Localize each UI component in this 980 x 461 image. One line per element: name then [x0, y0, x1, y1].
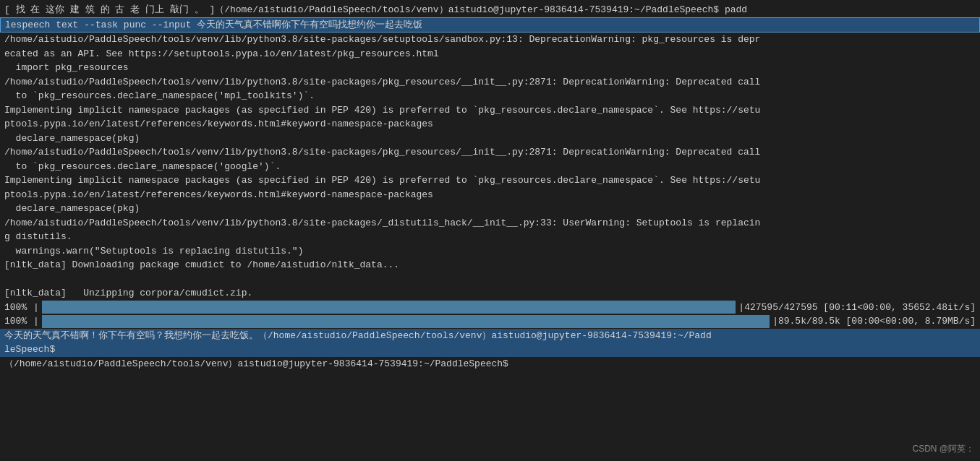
terminal-line-3: /home/aistudio/PaddleSpeech/tools/venv/l…: [0, 33, 980, 47]
terminal-line-12: to `pkg_resources.declare_namespace('goo…: [0, 160, 980, 174]
terminal-line-19: [nltk_data] Downloading package cmudict …: [0, 258, 980, 272]
terminal-line-4: ecated as an API. See https://setuptools…: [0, 47, 980, 61]
terminal-line-16: /home/aistudio/PaddleSpeech/tools/venv/l…: [0, 216, 980, 231]
progress-bar-separator-1: |: [33, 301, 39, 315]
terminal-line-11: /home/aistudio/PaddleSpeech/tools/venv/l…: [0, 145, 980, 160]
terminal-window: [ 找 在 这你 建 筑 的 古 老 门上 敲门 。 ]（/home/aistu…: [0, 0, 980, 461]
progress-stats-2: 89.5k/89.5k [00:00<00:00, 8.79MB/s]: [778, 314, 976, 329]
terminal-line-7: to `pkg_resources.declare_namespace('mpl…: [0, 89, 980, 103]
terminal-line-14: ptools.pypa.io/en/latest/references/keyw…: [0, 188, 980, 202]
progress-stats-1: 427595/427595 [00:11<00:00, 35652.48it/s…: [744, 301, 976, 315]
progress-bar-separator-2: |: [33, 314, 39, 329]
progress-bar-fill-2: [42, 315, 770, 328]
terminal-line-empty: [0, 272, 980, 287]
progress-bar-row-1: 100% | | 427595/427595 [00:11<00:00, 356…: [0, 301, 980, 315]
progress-bar-separator-end-2: |: [772, 314, 778, 329]
progress-bar-fill-1: [42, 301, 736, 314]
terminal-line-18: warnings.warn("Setuptools is replacing d…: [0, 244, 980, 259]
result-line-2: leSpeech$: [0, 342, 980, 357]
watermark: CSDN @阿英：: [912, 443, 974, 455]
progress-label-2: 100%: [4, 314, 33, 329]
terminal-line-15: declare_namespace(pkg): [0, 202, 980, 216]
terminal-line-9: ptools.pypa.io/en/latest/references/keyw…: [0, 117, 980, 132]
progress-bar-2: [42, 315, 770, 328]
terminal-command-line: lespeech text --task punc --input 今天的天气真…: [0, 17, 980, 33]
terminal-final-line: （/home/aistudio/PaddleSpeech/tools/venv）…: [0, 357, 980, 371]
terminal-line-8: Implementing implicit namespace packages…: [0, 103, 980, 118]
terminal-line-5: import pkg_resources: [0, 61, 980, 75]
terminal-line-10: declare_namespace(pkg): [0, 132, 980, 146]
terminal-line-1: [ 找 在 这你 建 筑 的 古 老 门上 敲门 。 ]（/home/aistu…: [0, 3, 980, 17]
result-line-1: 今天的天气真不错啊！你下午有空吗？我想约你一起去吃饭。（/home/aistud…: [0, 329, 980, 343]
terminal-line-6: /home/aistudio/PaddleSpeech/tools/venv/l…: [0, 75, 980, 90]
progress-bar-1: [42, 301, 736, 314]
progress-bar-row-2: 100% | | 89.5k/89.5k [00:00<00:00, 8.79M…: [0, 314, 980, 329]
progress-label-1: 100%: [4, 301, 33, 315]
terminal-line-17: g distutils.: [0, 230, 980, 244]
terminal-line-13: Implementing implicit namespace packages…: [0, 173, 980, 188]
progress-bar-separator-end-1: |: [738, 301, 744, 315]
terminal-line-21: [nltk_data] Unzipping corpora/cmudict.zi…: [0, 286, 980, 301]
